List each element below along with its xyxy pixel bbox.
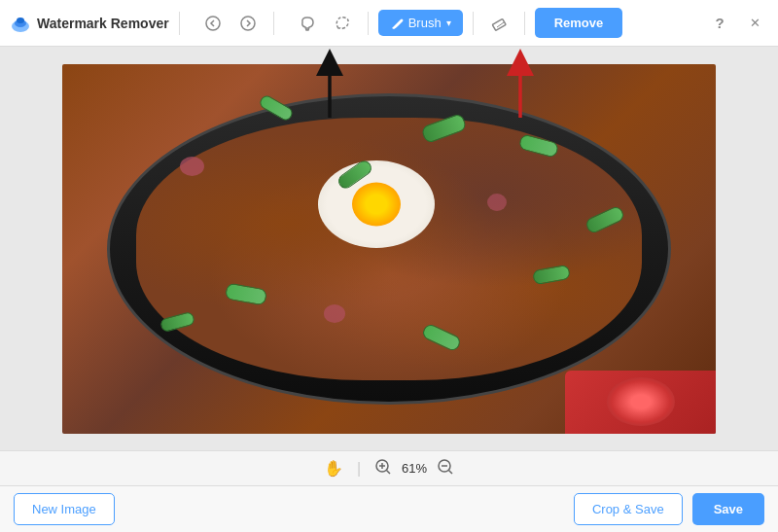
remove-button[interactable]: Remove bbox=[535, 8, 623, 38]
lasso-icon bbox=[299, 15, 316, 32]
food-image bbox=[62, 64, 716, 434]
toolbar-divider-3 bbox=[368, 12, 369, 35]
toolbar-tools-group bbox=[292, 8, 358, 39]
save-button[interactable]: Save bbox=[692, 493, 764, 525]
close-icon: ✕ bbox=[750, 16, 760, 30]
app-title: Watermark Remover bbox=[37, 16, 169, 31]
svg-rect-6 bbox=[492, 18, 506, 30]
hand-tool-icon[interactable]: ✋ bbox=[324, 459, 343, 478]
lasso-select-icon bbox=[334, 15, 351, 32]
toolbar-divider-2 bbox=[273, 12, 274, 35]
brush-chevron-icon: ▾ bbox=[446, 18, 451, 28]
title-right: ? ✕ bbox=[706, 10, 768, 37]
save-label: Save bbox=[714, 502, 743, 516]
title-bar: Watermark Remover bbox=[0, 0, 778, 47]
eraser-button[interactable] bbox=[483, 8, 514, 39]
onion-2 bbox=[487, 194, 507, 211]
toolbar-divider-5 bbox=[524, 12, 525, 35]
new-image-button[interactable]: New Image bbox=[14, 493, 115, 525]
back-button[interactable] bbox=[197, 8, 229, 39]
bottom-bar: New Image Crop & Save Save bbox=[0, 485, 778, 532]
image-container[interactable] bbox=[62, 64, 716, 434]
brush-label: Brush bbox=[408, 16, 442, 30]
meat-fill bbox=[136, 118, 642, 380]
zoom-bar: ✋ | 61% bbox=[0, 450, 778, 485]
zoom-out-button[interactable] bbox=[437, 458, 454, 479]
zoom-separator-1: | bbox=[357, 460, 361, 478]
forward-button[interactable] bbox=[232, 8, 264, 39]
bottom-right-buttons: Crop & Save Save bbox=[574, 493, 764, 525]
lasso-button[interactable] bbox=[292, 8, 323, 39]
app-logo-icon bbox=[10, 13, 31, 34]
toolbar-divider-1 bbox=[179, 12, 180, 35]
crop-save-label: Crop & Save bbox=[592, 502, 664, 516]
svg-point-3 bbox=[206, 17, 220, 30]
egg-yolk bbox=[352, 182, 401, 226]
remove-label: Remove bbox=[554, 16, 604, 30]
zoom-percent: 61% bbox=[402, 461, 427, 476]
forward-icon bbox=[240, 16, 256, 31]
lasso-select-button[interactable] bbox=[327, 8, 358, 39]
toolbar-nav-group bbox=[197, 8, 264, 39]
close-button[interactable]: ✕ bbox=[741, 10, 768, 37]
svg-point-4 bbox=[241, 17, 255, 30]
svg-line-18 bbox=[449, 470, 453, 474]
onion-3 bbox=[324, 304, 345, 323]
svg-point-2 bbox=[17, 18, 24, 23]
new-image-label: New Image bbox=[32, 502, 96, 516]
main-content bbox=[0, 47, 778, 450]
egg bbox=[318, 160, 435, 248]
crop-save-button[interactable]: Crop & Save bbox=[574, 493, 683, 525]
eraser-icon bbox=[490, 15, 508, 32]
zoom-out-icon bbox=[437, 458, 454, 476]
brush-button[interactable]: Brush ▾ bbox=[378, 10, 463, 36]
help-button[interactable]: ? bbox=[706, 10, 733, 37]
help-icon: ? bbox=[715, 15, 724, 31]
title-left: Watermark Remover bbox=[10, 8, 622, 39]
watermark-area bbox=[565, 371, 716, 434]
zoom-in-icon bbox=[374, 458, 392, 476]
zoom-in-button[interactable] bbox=[374, 458, 392, 479]
svg-line-15 bbox=[387, 470, 391, 474]
toolbar-divider-4 bbox=[473, 12, 474, 35]
onion-1 bbox=[180, 157, 204, 176]
brush-icon bbox=[390, 17, 404, 30]
watermark-shape bbox=[607, 377, 675, 426]
back-icon bbox=[205, 16, 221, 31]
